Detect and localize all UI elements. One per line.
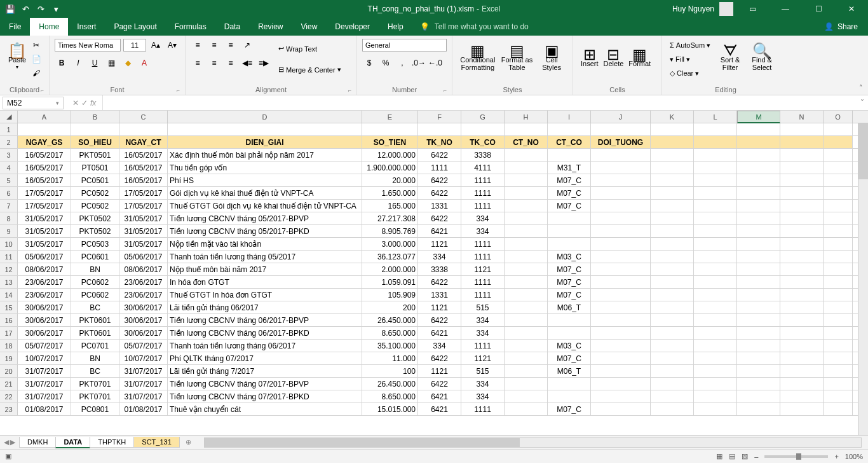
cell[interactable] bbox=[505, 378, 548, 390]
close-icon[interactable]: ✕ bbox=[837, 0, 865, 18]
col-header-F[interactable]: F bbox=[418, 111, 461, 123]
row-header[interactable]: 12 bbox=[0, 263, 18, 275]
cell[interactable]: Thuế GTGT In hóa đơn GTGT bbox=[168, 289, 362, 301]
cell[interactable] bbox=[505, 327, 548, 339]
cell[interactable]: Tiền lương CBCNV tháng 05/2017-BPVP bbox=[168, 212, 362, 224]
cell[interactable]: 334 bbox=[418, 340, 461, 352]
cell[interactable] bbox=[651, 200, 694, 212]
decrease-indent-icon[interactable]: ◀≡ bbox=[240, 57, 254, 69]
cancel-formula-icon[interactable]: ✕ bbox=[72, 99, 79, 107]
cell[interactable] bbox=[505, 403, 548, 415]
cell[interactable]: 31/05/2017 bbox=[18, 225, 71, 237]
col-header-G[interactable]: G bbox=[461, 111, 505, 123]
cell[interactable]: 1111 bbox=[461, 238, 505, 250]
cell[interactable]: BN bbox=[71, 352, 119, 364]
cell[interactable]: 1111 bbox=[461, 276, 505, 288]
cell[interactable]: M07_C bbox=[548, 200, 591, 212]
percent-icon[interactable]: % bbox=[379, 57, 393, 69]
cell[interactable]: 31/07/2017 bbox=[18, 390, 71, 403]
cell[interactable]: M03_C bbox=[548, 251, 591, 263]
cell[interactable]: Lãi tiền gửi tháng 7/2017 bbox=[168, 365, 362, 377]
cell[interactable]: 3.000.000 bbox=[362, 238, 418, 250]
cut-icon[interactable]: ✂ bbox=[29, 39, 43, 52]
cell[interactable] bbox=[505, 187, 548, 199]
cell[interactable] bbox=[418, 123, 461, 135]
tab-pagelayout[interactable]: Page Layout bbox=[105, 18, 165, 36]
cell[interactable]: Tiền lương CBCNV tháng 05/2017-BPKD bbox=[168, 225, 362, 237]
vertical-scrollbar[interactable] bbox=[858, 123, 868, 435]
row-header[interactable]: 20 bbox=[0, 365, 18, 377]
cell[interactable]: 31/05/2017 bbox=[119, 212, 168, 224]
cell[interactable] bbox=[737, 340, 780, 352]
cell[interactable] bbox=[737, 238, 780, 250]
autosum-button[interactable]: ΣAutoSum ▾ bbox=[667, 39, 713, 52]
increase-indent-icon[interactable]: ≡▶ bbox=[257, 57, 271, 69]
cell[interactable] bbox=[548, 123, 591, 135]
align-bottom-icon[interactable]: ≡ bbox=[224, 39, 238, 52]
cell[interactable] bbox=[737, 263, 780, 275]
cell[interactable]: 1111 bbox=[461, 289, 505, 301]
col-header-J[interactable]: J bbox=[591, 111, 651, 123]
cell[interactable]: 6422 bbox=[418, 187, 461, 199]
cell[interactable]: PKT0502 bbox=[71, 212, 119, 224]
cell[interactable] bbox=[651, 212, 694, 224]
cell[interactable] bbox=[651, 162, 694, 174]
tab-formulas[interactable]: Formulas bbox=[166, 18, 215, 36]
cell[interactable] bbox=[780, 365, 824, 377]
cell[interactable] bbox=[505, 301, 548, 313]
dialog-launcher-icon[interactable]: ⌐ bbox=[41, 87, 44, 93]
cell[interactable] bbox=[737, 378, 780, 390]
cell[interactable]: 31/07/2017 bbox=[119, 378, 168, 390]
cell[interactable]: PC0602 bbox=[71, 289, 119, 301]
cell[interactable] bbox=[651, 238, 694, 250]
cell[interactable] bbox=[780, 263, 824, 275]
cell[interactable] bbox=[737, 403, 780, 415]
cell[interactable] bbox=[591, 352, 651, 364]
cell[interactable]: M07_C bbox=[548, 276, 591, 288]
row-header[interactable]: 11 bbox=[0, 251, 18, 263]
row-header[interactable]: 21 bbox=[0, 378, 18, 390]
cell[interactable]: PKT0701 bbox=[71, 390, 119, 403]
cell[interactable]: 165.000 bbox=[362, 200, 418, 212]
cell[interactable]: 05/06/2017 bbox=[119, 251, 168, 263]
cell[interactable] bbox=[780, 136, 824, 148]
cell[interactable]: 26.450.000 bbox=[362, 314, 418, 326]
cell[interactable] bbox=[651, 378, 694, 390]
cell[interactable]: 31/05/2017 bbox=[119, 225, 168, 237]
row-header[interactable]: 19 bbox=[0, 352, 18, 364]
tell-me[interactable]: 💡 Tell me what you want to do bbox=[412, 18, 536, 36]
clear-button[interactable]: ◇Clear ▾ bbox=[667, 67, 713, 79]
zoom-in-icon[interactable]: + bbox=[834, 453, 838, 460]
row-header[interactable]: 17 bbox=[0, 327, 18, 339]
cell[interactable]: Gói dịch vụ kê khai thuế điện tử VNPT-CA bbox=[168, 187, 362, 199]
name-box[interactable]: M52▾ bbox=[3, 97, 64, 109]
cell[interactable]: PKT0701 bbox=[71, 378, 119, 390]
cell[interactable]: PKT0502 bbox=[71, 225, 119, 237]
cell[interactable] bbox=[737, 276, 780, 288]
cell[interactable] bbox=[824, 200, 853, 212]
cell[interactable] bbox=[651, 263, 694, 275]
row-header[interactable]: 16 bbox=[0, 314, 18, 326]
cell[interactable] bbox=[824, 123, 853, 135]
cell[interactable]: PC0502 bbox=[71, 200, 119, 212]
view-pagebreak-icon[interactable]: ▧ bbox=[742, 452, 748, 460]
cell[interactable] bbox=[780, 123, 824, 135]
cell[interactable]: M31_T bbox=[548, 162, 591, 174]
cell[interactable]: 05/07/2017 bbox=[119, 340, 168, 352]
increase-font-icon[interactable]: A▴ bbox=[149, 39, 163, 52]
cell[interactable]: 8.905.769 bbox=[362, 225, 418, 237]
italic-icon[interactable]: I bbox=[71, 57, 85, 69]
cell[interactable]: 23/06/2017 bbox=[119, 289, 168, 301]
cell[interactable] bbox=[591, 263, 651, 275]
cell[interactable] bbox=[694, 365, 737, 377]
cell[interactable]: PC0501 bbox=[71, 174, 119, 186]
cell[interactable]: 10/07/2017 bbox=[119, 352, 168, 364]
tab-review[interactable]: Review bbox=[249, 18, 292, 36]
cell[interactable] bbox=[780, 251, 824, 263]
cell[interactable]: 6422 bbox=[418, 352, 461, 364]
cell[interactable]: 100 bbox=[362, 365, 418, 377]
view-normal-icon[interactable]: ▦ bbox=[716, 452, 722, 460]
cell[interactable] bbox=[591, 289, 651, 301]
cell[interactable] bbox=[824, 390, 853, 403]
row-header[interactable]: 7 bbox=[0, 200, 18, 212]
